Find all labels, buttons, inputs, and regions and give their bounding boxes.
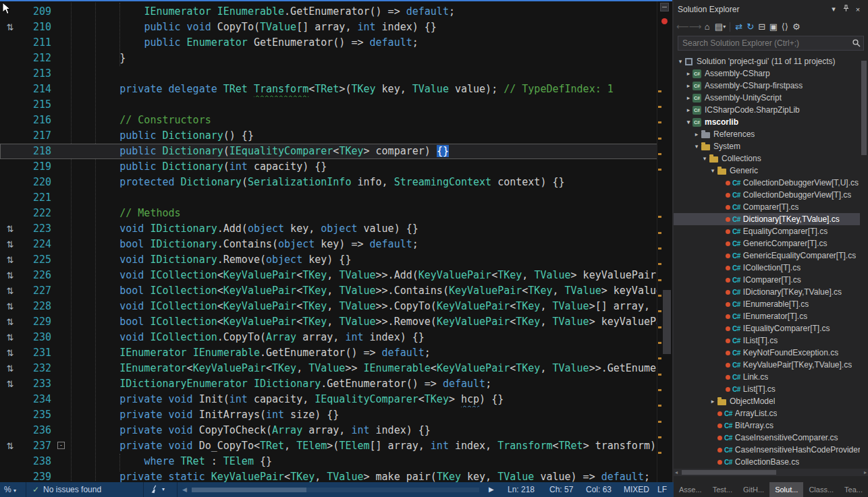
tool-window-tab[interactable]: Class... — [803, 482, 839, 497]
line-number[interactable]: 224 — [20, 237, 51, 252]
line-number[interactable]: 217 — [20, 128, 51, 144]
back-icon[interactable]: ⟵ — [676, 18, 689, 35]
code-line-227[interactable]: ⇅227 bool ICollection<KeyValuePair<TKey,… — [0, 283, 657, 299]
code-line-228[interactable]: ⇅228 void ICollection<KeyValuePair<TKey,… — [0, 299, 657, 314]
tree-item-file[interactable]: C#GenericComparer[T].cs — [674, 237, 860, 250]
pin-icon[interactable] — [840, 5, 852, 13]
line-number[interactable]: 211 — [20, 35, 51, 51]
sync-with-active-document-icon[interactable]: ⇄ — [733, 18, 744, 35]
code-line-235[interactable]: 235 private void InitArrays(int size) {} — [0, 407, 657, 423]
char-indicator[interactable]: Ch: 57 — [549, 482, 573, 497]
tree-item-file[interactable]: C#Dictionary[TKey,TValue].cs — [674, 213, 860, 225]
tree-item-project[interactable]: ▸C#Assembly-CSharp-firstpass — [674, 80, 860, 92]
line-number[interactable]: 238 — [20, 454, 51, 469]
horizontal-scrollbar-track[interactable] — [192, 488, 479, 492]
tree-item-project[interactable]: ▾C#mscorlib — [674, 116, 860, 128]
references-glyph-icon[interactable]: ⇅ — [0, 268, 20, 283]
tree-horizontal-scrollbar-thumb[interactable] — [682, 470, 776, 475]
collapse-all-icon[interactable]: ⊟ — [756, 18, 767, 35]
line-number[interactable]: 213 — [20, 66, 51, 82]
code-line-210[interactable]: ⇅210 public void CopyTo(TValue[] array, … — [0, 20, 657, 35]
expander-expanded-icon[interactable]: ▾ — [701, 155, 709, 162]
settings-wrench-icon[interactable]: ⚙ — [790, 18, 802, 35]
scroll-right-icon[interactable]: ▸ — [864, 469, 867, 475]
line-number[interactable]: 229 — [20, 314, 51, 330]
code-line-209[interactable]: 209 IEnumerator IEnumerable.GetEnumerato… — [0, 4, 657, 20]
home-icon[interactable]: ⌂ — [701, 18, 713, 35]
line-number[interactable]: 236 — [20, 423, 51, 438]
line-number[interactable]: 239 — [20, 469, 51, 482]
references-glyph-icon[interactable]: ⇅ — [0, 438, 20, 454]
scroll-left-icon[interactable]: ◂ — [675, 469, 678, 475]
tree-item-file[interactable]: C#IEnumerator[T].cs — [674, 310, 860, 322]
code-line-213[interactable]: 213 — [0, 66, 657, 82]
refresh-icon[interactable]: ↻ — [744, 18, 756, 35]
expander-collapsed-icon[interactable]: ▸ — [693, 131, 701, 138]
tree-item-folder[interactable]: ▾System — [674, 140, 860, 152]
tree-item-file[interactable]: C#CaseInsensitiveComparer.cs — [674, 432, 860, 444]
zoom-control[interactable]: % ▾ — [4, 482, 16, 497]
code-line-238[interactable]: 238 where TRet : TElem {} — [0, 454, 657, 469]
line-number[interactable]: 210 — [20, 20, 51, 35]
expander-expanded-icon[interactable]: ▾ — [709, 167, 717, 174]
line-number[interactable]: 226 — [20, 268, 51, 283]
line-number[interactable]: 209 — [20, 4, 51, 20]
tool-window-tab[interactable]: Solut... — [769, 482, 803, 497]
references-glyph-icon[interactable]: ⇅ — [0, 20, 20, 35]
code-cleanup-control[interactable]: ▾ — [150, 482, 165, 497]
line-number[interactable]: 215 — [20, 97, 51, 113]
tool-window-tab[interactable]: Tea... — [839, 482, 868, 497]
tree-item-file[interactable]: C#CollectionDebuggerView[T].cs — [674, 189, 860, 201]
preview-code-icon[interactable]: ⟨⟩ — [779, 18, 790, 35]
indentation-indicator[interactable]: MIXED — [624, 482, 649, 497]
code-line-230[interactable]: ⇅230 void ICollection.CopyTo(Array array… — [0, 330, 657, 345]
search-input[interactable] — [678, 36, 864, 51]
line-number[interactable]: 231 — [20, 345, 51, 361]
split-editor-handle[interactable] — [660, 3, 669, 11]
line-number[interactable]: 225 — [20, 252, 51, 268]
code-line-216[interactable]: 216 // Constructors — [0, 113, 657, 128]
expander-collapsed-icon[interactable]: ▸ — [684, 70, 693, 77]
close-icon[interactable]: × — [852, 5, 864, 13]
line-number[interactable]: 221 — [20, 190, 51, 206]
line-number[interactable]: 232 — [20, 361, 51, 376]
expander-collapsed-icon[interactable]: ▸ — [684, 107, 693, 113]
code-line-212[interactable]: 212 } — [0, 51, 657, 66]
tree-vertical-scrollbar[interactable] — [860, 55, 868, 468]
tree-item-file[interactable]: C#CollectionDebuggerView[T,U].cs — [674, 177, 860, 189]
expander-collapsed-icon[interactable]: ▸ — [684, 94, 693, 101]
code-line-236[interactable]: 236 private void CopyToCheck(Array array… — [0, 423, 657, 438]
line-number[interactable]: 227 — [20, 283, 51, 299]
horizontal-scrollbar-thumb[interactable] — [192, 488, 306, 492]
line-number[interactable]: 218 — [20, 144, 51, 159]
tree-item-project[interactable]: ▸C#Assembly-CSharp — [674, 67, 860, 80]
line-number[interactable]: 214 — [20, 82, 51, 97]
code-line-211[interactable]: 211 public Enumerator GetEnumerator() =>… — [0, 35, 657, 51]
line-number[interactable]: 233 — [20, 376, 51, 392]
code-line-229[interactable]: ⇅229 bool ICollection<KeyValuePair<TKey,… — [0, 314, 657, 330]
references-glyph-icon[interactable]: ⇅ — [0, 283, 20, 299]
expander-expanded-icon[interactable]: ▾ — [676, 58, 684, 65]
tree-item-file[interactable]: C#CollectionBase.cs — [674, 456, 860, 468]
fold-collapse-box[interactable]: - — [57, 442, 65, 449]
code-line-223[interactable]: ⇅223 void IDictionary.Add(object key, ob… — [0, 221, 657, 237]
hscroll-right-arrow-icon[interactable]: ▶ — [489, 482, 494, 497]
tree-item-file[interactable]: C#KeyValuePair[TKey,TValue].cs — [674, 359, 860, 371]
scrollbar-overview-ruler[interactable] — [657, 0, 672, 482]
references-glyph-icon[interactable]: ⇅ — [0, 314, 20, 330]
line-number[interactable]: 223 — [20, 221, 51, 237]
code-line-231[interactable]: ⇅231 IEnumerator IEnumerable.GetEnumerat… — [0, 345, 657, 361]
code-line-218[interactable]: 218 public Dictionary(IEqualityComparer<… — [0, 144, 657, 159]
tree-item-project[interactable]: ▸C#ICSharpCode.SharpZipLib — [674, 104, 860, 116]
tree-item-file[interactable]: C#IEnumerable[T].cs — [674, 298, 860, 310]
search-icon[interactable] — [852, 38, 861, 51]
code-line-220[interactable]: 220 protected Dictionary(SerializationIn… — [0, 175, 657, 190]
references-glyph-icon[interactable]: ⇅ — [0, 237, 20, 252]
code-line-233[interactable]: ⇅233 IDictionaryEnumerator IDictionary.G… — [0, 376, 657, 392]
tree-item-file[interactable]: C#BitArray.cs — [674, 419, 860, 432]
line-number[interactable]: 219 — [20, 159, 51, 175]
expander-expanded-icon[interactable]: ▾ — [693, 143, 701, 150]
tree-item-file[interactable]: C#IComparer[T].cs — [674, 274, 860, 286]
code-line-217[interactable]: 217 public Dictionary() {} — [0, 128, 657, 144]
tree-item-solution[interactable]: ▾Solution 'project-gui' (11 of 11 projec… — [674, 55, 860, 67]
